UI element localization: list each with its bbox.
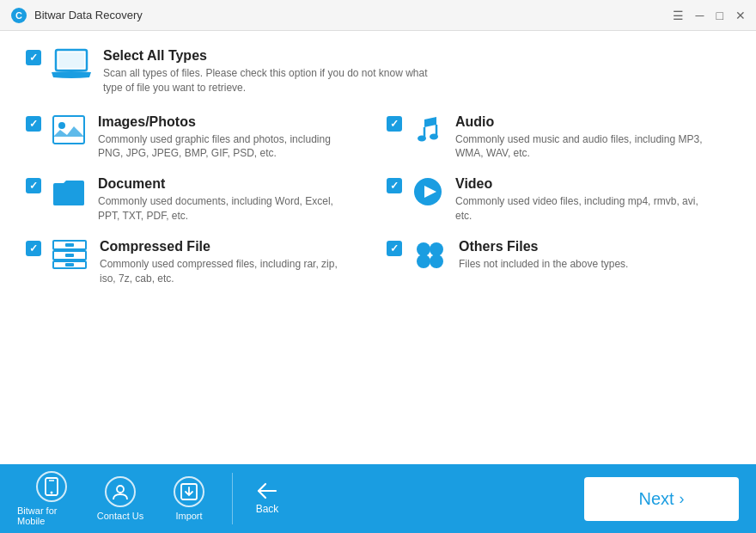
audio-text: Audio Commonly used music and audio file… xyxy=(455,114,704,162)
main-content: Select All Types Scan all types of files… xyxy=(0,31,756,464)
file-type-compressed: Compressed File Commonly used compressed… xyxy=(26,239,369,286)
select-all-text: Select All Types Scan all types of files… xyxy=(103,48,430,95)
svg-point-25 xyxy=(117,486,124,493)
title-bar: C Bitwar Data Recovery ☰ ─ □ ✕ xyxy=(0,0,756,31)
import-icon xyxy=(174,476,204,507)
contact-button[interactable]: Contact Us xyxy=(86,476,155,521)
svg-rect-17 xyxy=(65,263,74,266)
contact-icon xyxy=(105,476,136,507)
audio-checkbox[interactable] xyxy=(387,116,402,132)
svg-rect-4 xyxy=(53,116,84,144)
svg-point-20 xyxy=(417,254,430,268)
minimize-button[interactable]: ─ xyxy=(696,9,704,21)
others-text: Others Files Files not included in the a… xyxy=(459,239,628,272)
images-checkbox[interactable] xyxy=(26,116,41,132)
next-label: Next xyxy=(638,489,674,509)
others-icon xyxy=(412,239,447,270)
import-label: Import xyxy=(175,511,202,521)
file-type-audio: Audio Commonly used music and audio file… xyxy=(387,114,730,162)
back-label: Back xyxy=(256,503,279,515)
document-text: Document Commonly used documents, includ… xyxy=(98,176,347,224)
bottom-bar: Bitwar for Mobile Contact Us Import Back xyxy=(0,464,756,533)
close-button[interactable]: ✕ xyxy=(735,9,746,21)
svg-point-9 xyxy=(430,133,438,139)
file-type-images: Images/Photos Commonly used graphic file… xyxy=(26,114,369,162)
file-type-document: Document Commonly used documents, includ… xyxy=(26,176,369,224)
mobile-icon xyxy=(36,471,67,502)
video-checkbox[interactable] xyxy=(387,178,402,193)
app-logo: C xyxy=(10,7,27,24)
window-controls: ☰ ─ □ ✕ xyxy=(673,9,746,21)
compressed-text: Compressed File Commonly used compressed… xyxy=(100,239,349,286)
video-text: Video Commonly used video files, includi… xyxy=(455,176,704,224)
next-chevron-icon: › xyxy=(680,490,685,508)
app-title: Bitwar Data Recovery xyxy=(34,9,673,21)
import-button[interactable]: Import xyxy=(155,476,223,521)
svg-rect-16 xyxy=(65,254,74,257)
document-icon xyxy=(52,176,86,209)
file-type-video: Video Commonly used video files, includi… xyxy=(387,176,730,224)
file-type-others: Others Files Files not included in the a… xyxy=(387,239,730,286)
maximize-button[interactable]: □ xyxy=(716,9,723,21)
svg-point-8 xyxy=(418,135,426,141)
svg-rect-15 xyxy=(65,243,74,247)
svg-rect-3 xyxy=(58,52,84,68)
audio-icon xyxy=(412,114,443,145)
svg-point-18 xyxy=(417,242,430,256)
back-button[interactable]: Back xyxy=(241,482,293,515)
bottom-divider xyxy=(232,473,233,524)
menu-button[interactable]: ☰ xyxy=(673,9,684,21)
images-text: Images/Photos Commonly used graphic file… xyxy=(98,114,347,162)
images-icon xyxy=(52,114,86,145)
compressed-checkbox[interactable] xyxy=(26,241,41,256)
next-button[interactable]: Next › xyxy=(584,477,739,521)
svg-point-19 xyxy=(430,242,443,256)
svg-text:C: C xyxy=(15,10,22,21)
svg-point-5 xyxy=(58,122,65,129)
select-all-row: Select All Types Scan all types of files… xyxy=(26,48,730,95)
mobile-button[interactable]: Bitwar for Mobile xyxy=(17,471,86,526)
others-checkbox[interactable] xyxy=(387,241,402,256)
select-all-icon xyxy=(52,48,91,79)
file-types-grid: Images/Photos Commonly used graphic file… xyxy=(26,114,730,286)
mobile-label: Bitwar for Mobile xyxy=(17,505,86,526)
contact-label: Contact Us xyxy=(97,511,143,521)
svg-point-21 xyxy=(430,254,443,268)
compressed-icon xyxy=(52,239,88,270)
video-icon xyxy=(412,176,443,207)
select-all-checkbox[interactable] xyxy=(26,50,41,65)
svg-point-23 xyxy=(51,492,53,494)
document-checkbox[interactable] xyxy=(26,178,41,193)
